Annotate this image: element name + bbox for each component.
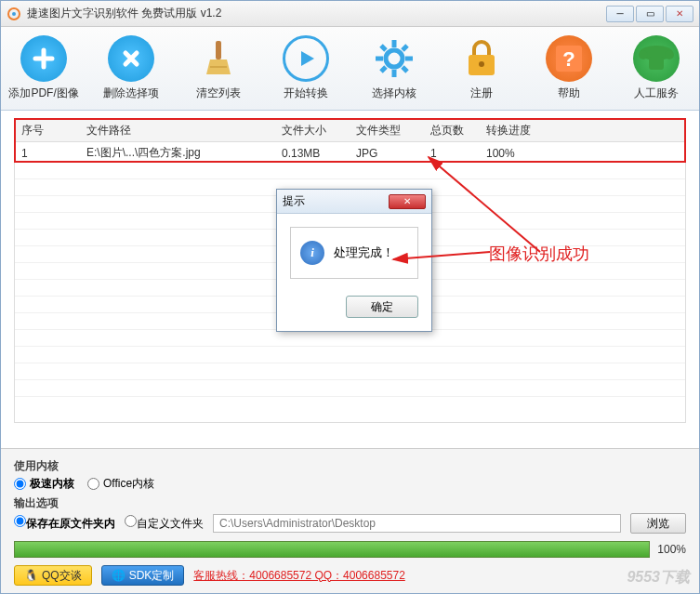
col-pages: 总页数: [425, 120, 481, 142]
register-button[interactable]: 注册: [446, 35, 517, 101]
table-header-row: 序号 文件路径 文件大小 文件类型 总页数 转换进度: [16, 120, 684, 142]
svg-point-13: [479, 61, 484, 67]
phone-icon: [633, 35, 680, 82]
start-convert-button[interactable]: 开始转换: [271, 35, 341, 101]
kernel-radio-row: 极速内核 Office内核: [14, 476, 686, 492]
globe-icon: 🌐: [112, 569, 125, 582]
window-title: 捷速图片文字识别软件 免费试用版 v1.2: [27, 6, 606, 21]
col-seq: 序号: [16, 120, 81, 142]
hotline-link[interactable]: 客服热线：4006685572 QQ：4006685572: [193, 568, 404, 584]
browse-button[interactable]: 浏览: [630, 513, 686, 534]
progress-row: 100%: [14, 541, 686, 558]
kernel-office-option[interactable]: Office内核: [87, 476, 154, 492]
output-row: 保存在原文件夹内 自定义文件夹 浏览: [14, 513, 686, 534]
svg-line-11: [381, 67, 386, 72]
delete-icon: [108, 35, 154, 82]
kernel-fast-radio[interactable]: [14, 478, 26, 490]
svg-point-19: [665, 50, 674, 59]
dialog-message: 处理完成！: [334, 244, 394, 261]
qq-icon: 🐧: [24, 569, 38, 582]
output-keep-option[interactable]: 保存在原文件夹内: [14, 515, 115, 532]
dialog-message-box: i 处理完成！: [290, 227, 418, 279]
dialog-ok-button[interactable]: 确定: [346, 296, 418, 318]
output-custom-radio[interactable]: [125, 515, 137, 527]
info-icon: i: [300, 241, 324, 265]
svg-text:?: ?: [562, 47, 575, 71]
col-progress: 转换进度: [481, 120, 684, 142]
kernel-fast-option[interactable]: 极速内核: [14, 476, 74, 492]
dialog-close-button[interactable]: ✕: [389, 194, 426, 209]
clear-button[interactable]: 清空列表: [183, 35, 254, 101]
watermark: 9553下载: [627, 568, 690, 587]
annotation-success: 图像识别成功: [489, 243, 589, 265]
lock-icon: [458, 35, 505, 82]
col-type: 文件类型: [350, 120, 425, 142]
play-icon: [283, 35, 329, 82]
output-custom-option[interactable]: 自定义文件夹: [125, 515, 204, 532]
sdk-button[interactable]: 🌐 SDK定制: [101, 565, 185, 586]
svg-rect-17: [649, 57, 664, 70]
footer-row: 🐧 QQ交谈 🌐 SDK定制 客服热线：4006685572 QQ：400668…: [14, 565, 686, 586]
svg-line-9: [403, 67, 407, 72]
svg-rect-2: [216, 41, 221, 59]
gear-icon: [371, 35, 417, 82]
output-section-label: 输出选项: [14, 495, 686, 511]
bottom-panel: 使用内核 极速内核 Office内核 输出选项 保存在原文件夹内 自定义文件夹 …: [1, 448, 699, 593]
svg-point-18: [639, 50, 648, 59]
kernel-office-radio[interactable]: [87, 478, 99, 490]
file-table: 序号 文件路径 文件大小 文件类型 总页数 转换进度 1 E:\图片\...\四…: [14, 118, 686, 163]
toolbar: 添加PDF/图像 删除选择项 清空列表 开始转换 选择内核: [1, 27, 699, 111]
plus-icon: [20, 35, 67, 82]
prompt-dialog: 提示 ✕ i 处理完成！ 确定: [276, 189, 432, 332]
progress-percent: 100%: [657, 543, 686, 556]
col-size: 文件大小: [276, 120, 350, 142]
output-keep-radio[interactable]: [14, 515, 26, 527]
dialog-title-bar: 提示 ✕: [277, 190, 431, 214]
select-kernel-button[interactable]: 选择内核: [359, 35, 429, 101]
add-file-button[interactable]: 添加PDF/图像: [8, 35, 79, 101]
delete-button[interactable]: 删除选择项: [96, 35, 166, 101]
kernel-section-label: 使用内核: [14, 458, 686, 474]
svg-line-8: [381, 46, 386, 50]
col-path: 文件路径: [81, 120, 276, 142]
output-path-input[interactable]: [213, 514, 621, 533]
broom-icon: [195, 35, 242, 82]
help-button[interactable]: ? 帮助: [534, 35, 604, 101]
maximize-button[interactable]: ▭: [636, 6, 664, 22]
dialog-title: 提示: [283, 193, 389, 209]
svg-point-1: [12, 12, 16, 16]
progress-fill: [15, 542, 649, 557]
progress-bar: [14, 541, 650, 558]
app-icon: [7, 7, 21, 21]
qq-chat-button[interactable]: 🐧 QQ交谈: [14, 565, 92, 586]
svg-point-3: [386, 50, 403, 67]
minimize-button[interactable]: ─: [606, 6, 634, 22]
table-row[interactable]: 1 E:\图片\...\四色方案.jpg 0.13MB JPG 1 100%: [16, 142, 684, 165]
svg-line-10: [403, 46, 407, 50]
title-bar: 捷速图片文字识别软件 免费试用版 v1.2 ─ ▭ ✕: [1, 1, 699, 27]
manual-service-button[interactable]: 人工服务: [621, 35, 692, 101]
close-button[interactable]: ✕: [666, 6, 693, 22]
app-window: 捷速图片文字识别软件 免费试用版 v1.2 ─ ▭ ✕ 添加PDF/图像 删除选…: [0, 0, 700, 594]
help-icon: ?: [546, 35, 592, 82]
